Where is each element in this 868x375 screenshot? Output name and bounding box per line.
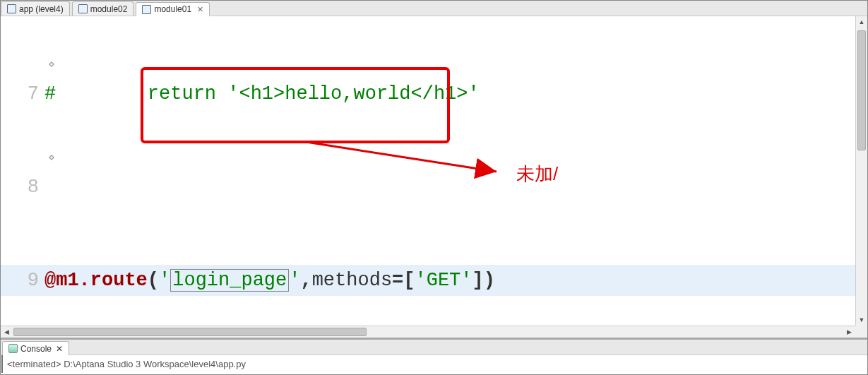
vertical-scrollbar[interactable]: ▲ ▼ [855,16,867,326]
tab-label: module02 [90,4,128,14]
scroll-left-icon[interactable]: ◀ [1,326,13,338]
close-icon[interactable]: ✕ [56,344,63,354]
console-tab-label: Console [20,344,52,354]
python-file-icon [142,5,151,14]
horizontal-scrollbar[interactable]: ◀ ▶ [1,326,855,338]
python-file-icon [7,4,16,13]
code-editor[interactable]: 7 # return '<h1>hello,world</h1>' 8 9 @m… [1,16,867,328]
tab-label: module01 [154,4,191,14]
tab-module02[interactable]: module02 [72,1,134,16]
scroll-right-icon[interactable]: ▶ [843,326,855,338]
line-number: 9 [1,265,44,296]
close-icon[interactable]: ✕ [197,5,203,14]
console-icon [8,344,18,353]
scroll-down-icon[interactable]: ▼ [856,314,867,326]
scroll-up-icon[interactable]: ▲ [856,16,867,28]
console-panel: Console ✕ <terminated> D:\Aptana Studio … [1,338,867,374]
line-number: 8 [1,172,44,203]
tab-app-level4[interactable]: app (level4) [1,1,70,16]
tab-label: app (level4) [19,4,64,14]
code-comment: # return '<h1>hello,world</h1>' [44,83,480,105]
fold-marker-icon: ⋄ [48,152,55,163]
python-file-icon [78,4,88,13]
tab-module01[interactable]: module01 ✕ [136,2,210,16]
scrollbar-thumb[interactable] [13,328,367,336]
fold-marker-icon: ⋄ [48,59,55,70]
occurrence-highlight: login_page [170,269,289,292]
tab-console[interactable]: Console ✕ [2,341,69,355]
annotation-text: 未加/ [516,162,558,186]
console-status: <terminated> D:\Aptana Studio 3 Workspac… [1,355,867,373]
line-number: 7 [1,78,44,109]
decorator: @m1.route [44,270,148,291]
scrollbar-thumb[interactable] [857,30,866,150]
scrollbar-corner [855,326,867,338]
console-tabbar: Console ✕ [1,340,867,355]
editor-tabbar: app (level4) module02 module01 ✕ [1,1,867,16]
